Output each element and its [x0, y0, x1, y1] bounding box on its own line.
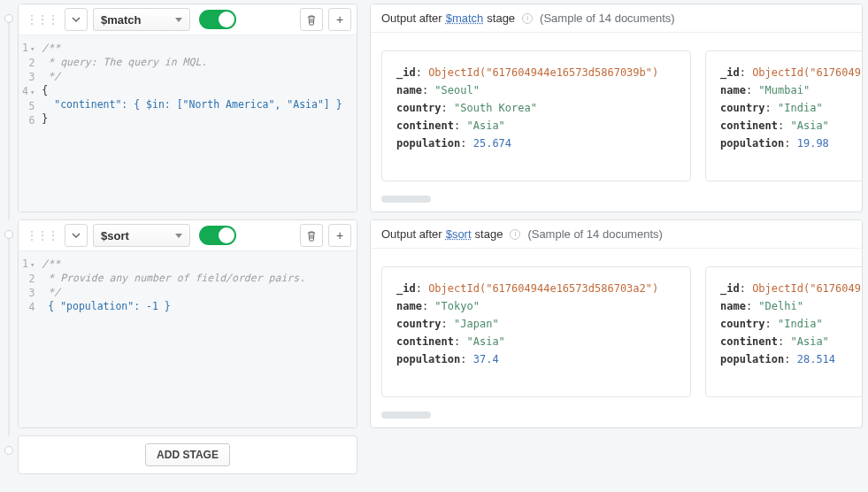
- scrollbar-thumb[interactable]: [381, 196, 431, 203]
- document-card: _id: ObjectId("617604944e16573d5867039b"…: [381, 50, 691, 181]
- add-stage-row: ADD STAGE: [5, 435, 863, 474]
- stage-line: [8, 239, 10, 435]
- drag-handle-icon[interactable]: ⋮⋮⋮: [24, 12, 59, 27]
- output-header: Output after $sort stage i (Sample of 14…: [371, 220, 862, 249]
- operator-link[interactable]: $match: [446, 12, 484, 25]
- output-prefix: Output after: [381, 12, 442, 25]
- line-gutter: 1 2 3 4: [22, 257, 42, 422]
- stage-toolbar: ⋮⋮⋮ $match +: [19, 4, 357, 35]
- add-stage-button[interactable]: ADD STAGE: [145, 443, 230, 466]
- document-card: _id: ObjectId("6176049...") name: "Delhi…: [705, 266, 862, 397]
- stage-editor-panel: ⋮⋮⋮ $match + 1 2 3 4 5 6 /** * qu: [18, 4, 357, 212]
- add-stage-after-button[interactable]: +: [328, 8, 351, 31]
- document-card: _id: ObjectId("617604944e16573d586703a2"…: [381, 266, 691, 397]
- stage-toolbar: ⋮⋮⋮ $sort +: [19, 220, 357, 251]
- stage-editor-panel: ⋮⋮⋮ $sort + 1 2 3 4 /** * Provide any nu…: [18, 219, 357, 428]
- pipeline-stage: ⋮⋮⋮ $match + 1 2 3 4 5 6 /** * qu: [5, 4, 863, 212]
- operator-label: $sort: [101, 229, 129, 242]
- code-editor[interactable]: 1 2 3 4 5 6 /** * query: The query in MQ…: [19, 35, 357, 211]
- stage-dot: [4, 230, 13, 239]
- output-suffix: stage: [475, 227, 503, 241]
- horizontal-scrollbar[interactable]: [381, 196, 851, 203]
- horizontal-scrollbar[interactable]: [381, 411, 851, 419]
- stage-line: [8, 23, 10, 219]
- stage-output-panel: Output after $match stage i (Sample of 1…: [370, 4, 863, 212]
- trash-icon: [306, 230, 317, 242]
- documents-scroll[interactable]: _id: ObjectId("617604944e16573d586703a2"…: [371, 249, 862, 406]
- code-content: /** * Provide any number of field/order …: [42, 257, 353, 422]
- drag-handle-icon[interactable]: ⋮⋮⋮: [24, 228, 59, 242]
- documents-scroll[interactable]: _id: ObjectId("617604944e16573d5867039b"…: [371, 33, 862, 190]
- trash-icon: [306, 14, 317, 26]
- operator-select[interactable]: $match: [93, 8, 190, 31]
- operator-link[interactable]: $sort: [446, 227, 472, 241]
- scrollbar-thumb[interactable]: [381, 411, 431, 419]
- output-suffix: stage: [487, 12, 515, 25]
- collapse-button[interactable]: [65, 8, 88, 31]
- stage-dot: [4, 14, 13, 23]
- code-editor[interactable]: 1 2 3 4 /** * Provide any number of fiel…: [19, 251, 357, 427]
- pipeline-stage: ⋮⋮⋮ $sort + 1 2 3 4 /** * Provide any nu…: [5, 219, 863, 428]
- sample-count: (Sample of 14 documents): [527, 227, 662, 241]
- operator-label: $match: [101, 13, 142, 27]
- document-card: _id: ObjectId("6176049...") name: "Mumba…: [705, 50, 862, 181]
- stage-enable-toggle[interactable]: [199, 226, 236, 245]
- line-gutter: 1 2 3 4 5 6: [22, 41, 42, 206]
- collapse-button[interactable]: [65, 224, 88, 247]
- delete-stage-button[interactable]: [300, 8, 323, 31]
- info-icon[interactable]: i: [510, 229, 520, 240]
- add-stage-panel: ADD STAGE: [18, 435, 357, 474]
- add-stage-after-button[interactable]: +: [328, 224, 351, 247]
- stage-dot: [4, 446, 13, 455]
- operator-select[interactable]: $sort: [93, 224, 190, 247]
- info-icon[interactable]: i: [522, 13, 533, 24]
- stage-enable-toggle[interactable]: [199, 10, 236, 29]
- stage-output-panel: Output after $sort stage i (Sample of 14…: [370, 219, 863, 428]
- code-content: /** * query: The query in MQL. */ { "con…: [42, 41, 353, 206]
- output-header: Output after $match stage i (Sample of 1…: [371, 4, 862, 33]
- delete-stage-button[interactable]: [300, 224, 323, 247]
- chevron-down-icon: [72, 15, 81, 24]
- output-prefix: Output after: [381, 227, 442, 241]
- chevron-down-icon: [72, 231, 81, 240]
- sample-count: (Sample of 14 documents): [540, 12, 674, 25]
